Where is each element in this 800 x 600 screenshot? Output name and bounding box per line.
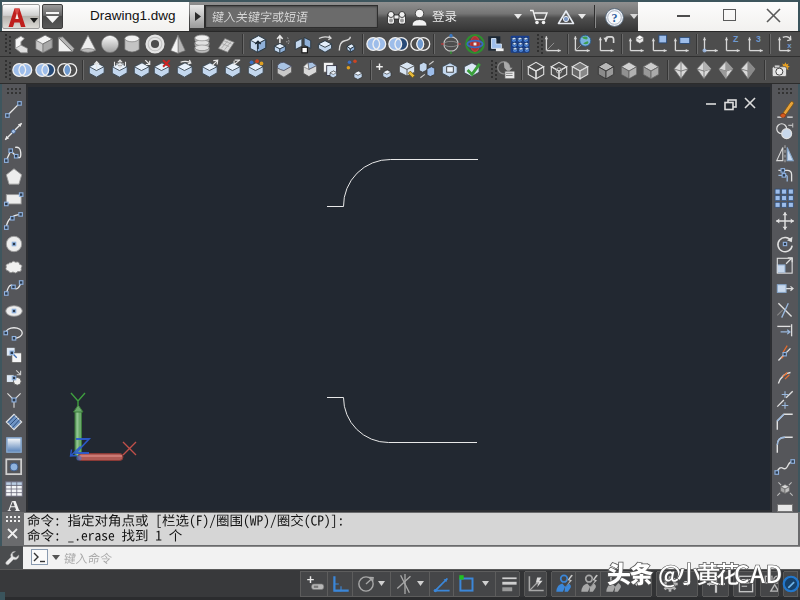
svg-text:3: 3 <box>756 34 761 44</box>
svg-text:x: x <box>787 41 792 50</box>
svg-text:?: ? <box>612 11 618 25</box>
svg-text:Z: Z <box>733 34 739 44</box>
